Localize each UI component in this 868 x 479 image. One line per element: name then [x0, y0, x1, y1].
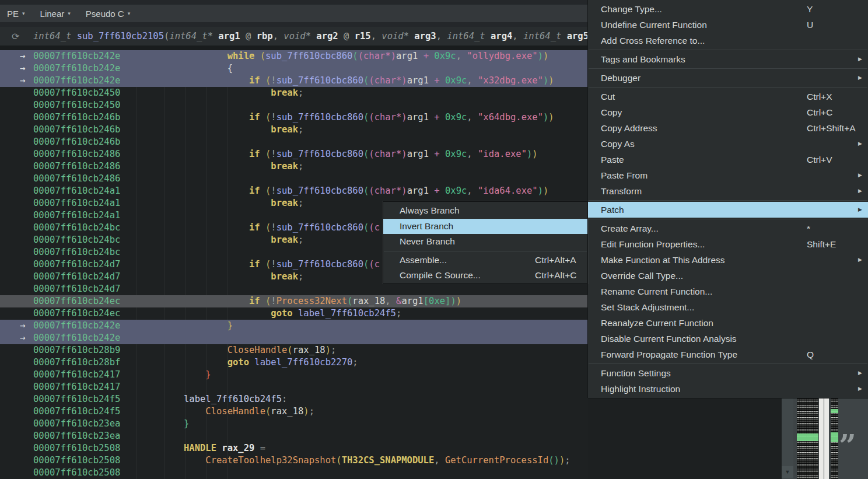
code-token: (: [347, 296, 352, 306]
patch-submenu: Always BranchInvert BranchNever BranchAs…: [383, 201, 588, 284]
address: 00007ff610cb242e: [33, 75, 120, 87]
reanalyze-icon[interactable]: ⟳: [12, 31, 19, 42]
menu-item-function-settings[interactable]: Function Settings▶: [588, 365, 868, 381]
code-token: ): [543, 186, 548, 196]
menu-item-set-stack-adjustment[interactable]: Set Stack Adjustment...: [588, 299, 868, 315]
toolbar-tab-pseudo-c[interactable]: Pseudo C▾: [86, 9, 130, 19]
code-token: ,: [467, 149, 478, 159]
menu-item-never-branch[interactable]: Never Branch: [383, 234, 587, 250]
menu-item-always-branch[interactable]: Always Branch: [383, 203, 587, 219]
menu-item-transform[interactable]: Transform▶: [588, 183, 868, 199]
menu-item-assemble[interactable]: Assemble...Ctrl+Alt+A: [383, 253, 587, 268]
vertical-scrollbar[interactable]: ▼: [782, 398, 793, 479]
menu-item-highlight-instruction[interactable]: Highlight Instruction▶: [588, 381, 868, 397]
code-line: if (!sub_7ff610cbc860((c: [184, 222, 380, 234]
code-token: ): [450, 296, 456, 306]
code-token: ;: [298, 88, 303, 98]
code-token: !: [271, 222, 276, 233]
code-row[interactable]: →00007ff610cb242e while (sub_7ff610cbc86…: [0, 50, 588, 62]
code-token: int64_t*: [169, 31, 213, 41]
toolbar-tab-label: Linear: [40, 9, 65, 19]
code-row[interactable]: 00007ff610cb2486 if (!sub_7ff610cbc860((…: [0, 148, 588, 160]
feature-map[interactable]: [793, 398, 868, 479]
menu-item-rename-current-function[interactable]: Rename Current Function...: [588, 284, 868, 299]
code-token: (: [265, 259, 271, 270]
scroll-down-button[interactable]: ▼: [782, 466, 793, 478]
code-row[interactable]: 00007ff610cb24ec if (!Process32Next(rax_…: [0, 295, 588, 307]
menu-item-create-array[interactable]: Create Array...*: [588, 221, 868, 236]
code-row[interactable]: 00007ff610cb24a1 if (!sub_7ff610cbc860((…: [0, 185, 588, 197]
code-token: ,: [467, 75, 478, 86]
code-token: +: [429, 75, 445, 86]
code-row[interactable]: 00007ff610cb28b9 CloseHandle(rax_18);: [0, 344, 588, 356]
menu-item-tags-and-bookmarks[interactable]: Tags and Bookmarks▶: [588, 51, 868, 67]
menu-item-edit-function-properties[interactable]: Edit Function Properties...Shift+E: [588, 236, 868, 252]
code-token: 0x9c: [445, 75, 467, 86]
code-row[interactable]: 00007ff610cb246b: [0, 136, 588, 148]
code-row[interactable]: 00007ff610cb2450 break;: [0, 87, 588, 99]
address: 00007ff610cb24ec: [33, 295, 120, 307]
code-token: !: [271, 259, 276, 270]
code-row[interactable]: 00007ff610cb2417 }: [0, 369, 588, 381]
code-token: (: [363, 149, 369, 159]
menu-item-label: Create Array...: [601, 223, 659, 233]
menu-item-copy[interactable]: CopyCtrl+C: [588, 104, 868, 120]
code-row[interactable]: 00007ff610cb246b break;: [0, 124, 588, 136]
code-token: ,: [467, 186, 478, 196]
code-row[interactable]: 00007ff610cb2486: [0, 173, 588, 185]
code-row[interactable]: 00007ff610cb2450: [0, 99, 588, 111]
menu-item-undefine-current-function[interactable]: Undefine Current FunctionU: [588, 17, 868, 33]
menu-item-debugger[interactable]: Debugger▶: [588, 70, 868, 86]
menu-item-copy-as[interactable]: Copy As▶: [588, 136, 868, 152]
menu-item-cut[interactable]: CutCtrl+X: [588, 89, 868, 104]
code-token: (: [363, 75, 369, 86]
toolbar-tab-pe[interactable]: PE▾: [7, 9, 25, 19]
menu-item-patch[interactable]: Patch▶: [588, 202, 868, 218]
menu-item-disable-current-function-analysis[interactable]: Disable Current Function Analysis: [588, 331, 868, 347]
menu-item-copy-address[interactable]: Copy AddressCtrl+Shift+A: [588, 120, 868, 136]
code-row[interactable]: 00007ff610cb246b if (!sub_7ff610cbc860((…: [0, 111, 588, 124]
toolbar-tab-linear[interactable]: Linear▾: [40, 9, 71, 19]
menu-item-override-call-type[interactable]: Override Call Type...: [588, 268, 868, 284]
code-token: rbp: [251, 31, 272, 41]
code-token: (: [363, 259, 369, 270]
menu-item-shortcut: Q: [807, 347, 814, 362]
code-row[interactable]: 00007ff610cb24f5 CloseHandle(rax_18);: [0, 405, 588, 418]
code-row[interactable]: 00007ff610cb28bf goto label_7ff610cb2270…: [0, 356, 588, 369]
menu-item-paste-from[interactable]: Paste From▶: [588, 167, 868, 183]
code-row[interactable]: 00007ff610cb24f5label_7ff610cb24f5:: [0, 393, 588, 405]
code-row[interactable]: 00007ff610cb24ec goto label_7ff610cb24f5…: [0, 307, 588, 320]
menu-item-change-type[interactable]: Change Type...Y: [588, 1, 868, 17]
menu-item-label: Debugger: [601, 73, 640, 83]
code-row[interactable]: 00007ff610cb24d7: [0, 283, 588, 295]
feature-map-green-band: [831, 432, 838, 442]
menu-item-invert-branch[interactable]: Invert Branch: [383, 219, 587, 235]
code-line: if (!sub_7ff610cbc860((char*)arg1 + 0x9c…: [184, 111, 554, 124]
code-token: (: [363, 186, 369, 196]
menu-item-make-function-at-this-address[interactable]: Make Function at This Address▶: [588, 252, 868, 268]
code-row[interactable]: 00007ff610cb23ea: [0, 430, 588, 442]
menu-item-compile-c-source[interactable]: Compile C Source...Ctrl+Alt+C: [383, 268, 587, 284]
code-token: ): [559, 455, 565, 466]
code-line: break;: [184, 197, 303, 209]
menu-item-forward-propagate-function-type[interactable]: Forward Propagate Function TypeQ: [588, 347, 868, 362]
code-token: arg2: [311, 31, 344, 41]
menu-item-paste[interactable]: PasteCtrl+V: [588, 152, 868, 167]
chevron-down-icon: ▾: [22, 11, 25, 16]
menu-item-add-cross-reference-to[interactable]: Add Cross Reference to...: [588, 33, 868, 48]
code-token: arg1: [407, 186, 429, 196]
code-row[interactable]: →00007ff610cb242e {: [0, 62, 588, 75]
code-row[interactable]: 00007ff610cb2417: [0, 381, 588, 393]
code-row[interactable]: 00007ff610cb2508: [0, 467, 588, 479]
menu-item-reanalyze-current-function[interactable]: Reanalyze Current Function: [588, 315, 868, 331]
code-row[interactable]: 00007ff610cb2508HANDLE rax_29 =: [0, 442, 588, 454]
code-row[interactable]: →00007ff610cb242e }: [0, 320, 588, 332]
menu-item-label: Highlight Instruction: [601, 384, 680, 394]
code-row[interactable]: 00007ff610cb23ea}: [0, 418, 588, 430]
code-token: (: [287, 345, 292, 355]
context-menu: Change Type...YUndefine Current Function…: [588, 0, 868, 398]
code-row[interactable]: 00007ff610cb2486 break;: [0, 160, 588, 173]
code-row[interactable]: →00007ff610cb242e if (!sub_7ff610cbc860(…: [0, 75, 588, 87]
code-row[interactable]: →00007ff610cb242e: [0, 332, 588, 344]
code-row[interactable]: 00007ff610cb2508 CreateToolhelp32Snapsho…: [0, 454, 588, 467]
